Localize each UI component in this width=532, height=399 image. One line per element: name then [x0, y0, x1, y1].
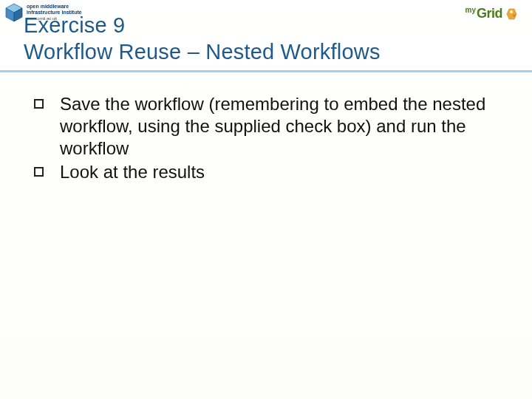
mygrid-logo: myGrid	[466, 6, 519, 21]
hex-icon	[505, 7, 519, 21]
slide-title: Exercise 9 Workflow Reuse – Nested Workf…	[24, 12, 381, 66]
header: open middleware infrastructure institute…	[0, 0, 532, 72]
title-line1: Exercise 9	[24, 12, 381, 38]
bullet-text: Look at the results	[60, 161, 205, 183]
bullet-text: Save the workflow (remembering to embed …	[60, 93, 502, 160]
list-item: Look at the results	[34, 161, 502, 183]
slide: open middleware infrastructure institute…	[0, 0, 532, 399]
content-area: Save the workflow (remembering to embed …	[0, 72, 532, 183]
square-bullet-icon	[34, 99, 44, 109]
mygrid-grid: Grid	[477, 6, 502, 21]
square-bullet-icon	[34, 167, 44, 177]
mygrid-my: my	[466, 6, 476, 14]
cube-icon	[4, 3, 24, 22]
svg-point-4	[510, 10, 513, 13]
omii-line1: open middleware	[27, 4, 82, 10]
svg-point-5	[513, 14, 516, 17]
list-item: Save the workflow (remembering to embed …	[34, 93, 502, 160]
title-line2: Workflow Reuse – Nested Workflows	[24, 38, 381, 65]
